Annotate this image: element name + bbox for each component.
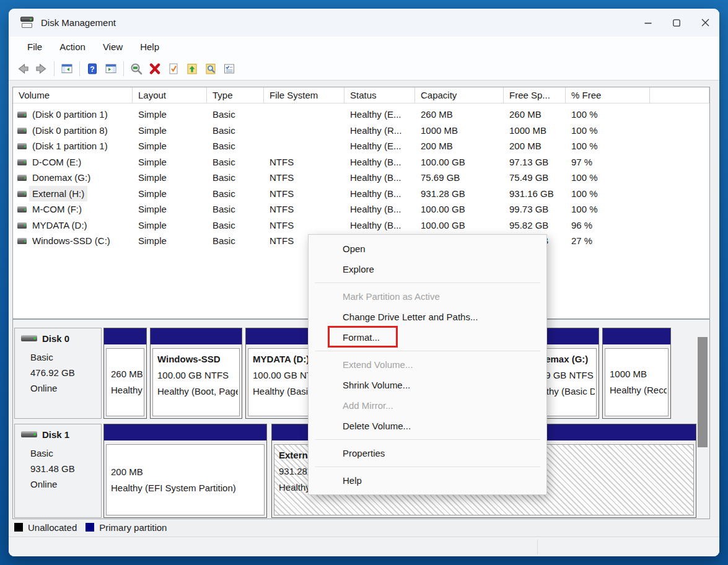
cell-pct-free: 100 %: [571, 170, 598, 186]
mark-active-button[interactable]: [164, 60, 183, 77]
show-action-pane-icon: [103, 62, 118, 76]
partition-size: 100.00 GB NTFS: [157, 367, 238, 383]
menu-item-mark-partition-active: Mark Partition as Active: [309, 286, 546, 307]
menu-action[interactable]: Action: [51, 39, 94, 56]
cell-status: Healthy (B...: [350, 217, 401, 234]
legend-bar: Unallocated Primary partition: [12, 519, 710, 535]
minimize-button[interactable]: [634, 9, 662, 37]
partition-color-bar: [104, 328, 146, 344]
cell-type: Basic: [213, 233, 235, 249]
partition-size: 200 MB: [111, 464, 263, 480]
column-header-status[interactable]: Status: [344, 87, 415, 103]
delete-x-icon: [147, 62, 162, 76]
menu-help[interactable]: Help: [131, 39, 168, 56]
column-header-layout[interactable]: Layout: [133, 87, 207, 103]
column-header-free-space[interactable]: Free Sp...: [504, 87, 566, 103]
table-row-selected[interactable]: External (H:) Simple Basic NTFS Healthy …: [13, 186, 709, 202]
cell-free-space: 99.73 GB: [509, 201, 548, 217]
table-row[interactable]: (Disk 1 partition 1) Simple Basic Health…: [13, 138, 709, 154]
move-up-button[interactable]: [183, 60, 201, 77]
unallocated-color-swatch: [14, 523, 23, 532]
rescan-disks-button[interactable]: [127, 60, 146, 77]
cell-type: Basic: [213, 217, 235, 234]
rescan-disks-icon: [129, 62, 144, 76]
forward-button[interactable]: [32, 60, 51, 77]
vertical-scrollbar-thumb[interactable]: [698, 337, 708, 447]
disk-icon: [21, 430, 37, 439]
table-row[interactable]: MYDATA (D:) Simple Basic NTFS Healthy (B…: [13, 217, 709, 234]
partition-size: 260 MB: [111, 366, 143, 382]
menu-item-extend-volume: Extend Volume...: [309, 354, 546, 375]
menu-separator: [315, 466, 540, 467]
cell-pct-free: 100 %: [571, 138, 598, 154]
cell-capacity: 100.00 GB: [421, 217, 465, 234]
menu-item-properties[interactable]: Properties: [309, 443, 546, 463]
show-action-pane-button[interactable]: [102, 60, 120, 77]
menu-item-change-drive-letter[interactable]: Change Drive Letter and Paths...: [309, 307, 546, 327]
volume-name: Donemax (G:): [29, 170, 94, 186]
cell-pct-free: 27 %: [571, 233, 592, 249]
table-row[interactable]: D-COM (E:) Simple Basic NTFS Healthy (B.…: [13, 154, 709, 170]
cell-status: Healthy (R...: [350, 123, 401, 139]
column-header-type[interactable]: Type: [207, 87, 264, 103]
show-console-tree-icon: [59, 62, 74, 76]
close-button[interactable]: [691, 9, 719, 37]
volume-drive-icon: [17, 238, 27, 244]
menu-item-delete-volume[interactable]: Delete Volume...: [309, 416, 546, 436]
disk-1-label-panel[interactable]: Disk 1 Basic 931.48 GB Online: [14, 424, 102, 518]
partition-windows-ssd[interactable]: Windows-SSD 100.00 GB NTFS Healthy (Boot…: [150, 328, 242, 419]
disk-kind: Basic: [30, 349, 99, 365]
maximize-button[interactable]: [662, 9, 691, 37]
cell-pct-free: 97 %: [571, 154, 592, 170]
folder-search-icon: [203, 62, 218, 76]
disk-management-app-icon: [19, 16, 35, 29]
explore-button[interactable]: [201, 60, 220, 77]
back-button[interactable]: [14, 60, 32, 77]
partition-recovery-1000mb[interactable]: 1000 MB Healthy (Recovery Partition): [602, 328, 671, 419]
column-header-capacity[interactable]: Capacity: [415, 87, 504, 103]
menu-item-explore[interactable]: Explore: [309, 259, 546, 279]
show-console-tree-button[interactable]: [58, 60, 76, 77]
menu-item-open[interactable]: Open: [309, 239, 546, 259]
volume-drive-icon: [17, 143, 27, 149]
volume-name: MYDATA (D:): [29, 217, 90, 234]
cell-capacity: 100.00 GB: [421, 154, 465, 170]
disk-0-label-panel[interactable]: Disk 0 Basic 476.92 GB Online: [14, 328, 102, 419]
menu-item-format[interactable]: Format...: [309, 327, 546, 348]
table-row[interactable]: M-COM (F:) Simple Basic NTFS Healthy (B.…: [13, 201, 709, 217]
cell-free-space: 1000 MB: [509, 123, 546, 139]
disk-icon: [21, 334, 37, 343]
table-row[interactable]: Donemax (G:) Simple Basic NTFS Healthy (…: [13, 170, 709, 186]
forward-arrow-icon: [34, 62, 49, 76]
volume-list-header: Volume Layout Type File System Status Ca…: [13, 87, 709, 103]
partition-status: Healthy (EFI System Partition): [111, 382, 143, 398]
column-header-pct-free[interactable]: % Free: [566, 87, 650, 103]
menu-view[interactable]: View: [94, 39, 131, 56]
cell-type: Basic: [213, 186, 235, 202]
menu-item-shrink-volume[interactable]: Shrink Volume...: [309, 375, 546, 395]
desktop: { "colors": { "desktop_blue": "#0f5ca6",…: [0, 0, 728, 565]
legend-label: Primary partition: [99, 522, 167, 533]
partition-efi-200mb[interactable]: 200 MB Healthy (EFI System Partition): [103, 424, 267, 518]
cell-layout: Simple: [138, 201, 167, 217]
menu-item-help[interactable]: Help: [309, 470, 546, 491]
delete-volume-button[interactable]: [146, 60, 164, 77]
help-button[interactable]: ?: [83, 60, 102, 77]
table-row[interactable]: (Disk 0 partition 1) Simple Basic Health…: [13, 107, 709, 123]
column-header-volume[interactable]: Volume: [13, 87, 133, 103]
toolbar: ?: [9, 58, 719, 81]
menu-file[interactable]: File: [19, 39, 51, 56]
column-header-file-system[interactable]: File System: [264, 87, 344, 103]
disk-name: Disk 1: [42, 429, 69, 440]
table-row[interactable]: (Disk 0 partition 8) Simple Basic Health…: [13, 123, 709, 139]
partition-efi-260mb[interactable]: 260 MB Healthy (EFI System Partition): [103, 328, 147, 419]
cell-capacity: 200 MB: [421, 138, 453, 154]
menu-separator: [315, 282, 540, 283]
primary-partition-color-swatch: [86, 523, 94, 532]
cell-layout: Simple: [138, 186, 167, 202]
title-bar: Disk Management: [9, 9, 719, 37]
cell-type: Basic: [213, 123, 235, 139]
properties-button[interactable]: [220, 60, 239, 77]
folder-up-arrow-icon: [185, 62, 200, 76]
menu-bar: File Action View Help: [9, 37, 719, 58]
